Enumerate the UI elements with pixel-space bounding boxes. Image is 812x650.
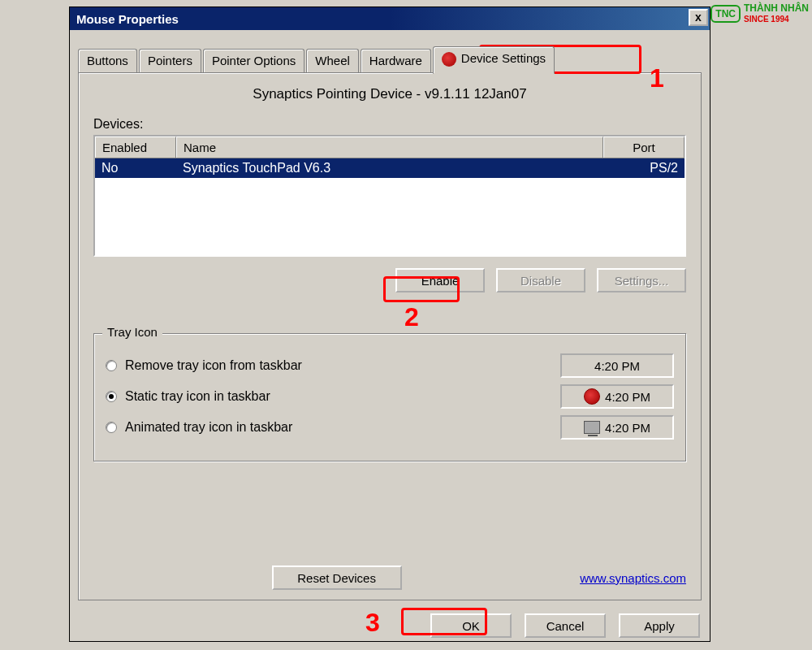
mouse-properties-dialog: Mouse Properties x Buttons Pointers Poin… <box>69 6 710 642</box>
tray-option-animated[interactable]: Animated tray icon in taskbar 4:20 PM <box>106 415 674 440</box>
tray-icon-group: Tray Icon Remove tray icon from taskbar … <box>93 333 686 462</box>
cell-enabled: No <box>95 158 176 178</box>
dialog-buttons: OK Cancel Apply <box>70 607 710 646</box>
synaptics-icon <box>442 52 456 67</box>
devices-label: Devices: <box>93 117 686 132</box>
ok-button[interactable]: OK <box>430 613 512 638</box>
tab-pointer-options[interactable]: Pointer Options <box>203 49 304 72</box>
watermark-logo: TNC THÀNH NHÂN SINCE 1994 <box>710 3 809 24</box>
col-port[interactable]: Port <box>603 136 685 158</box>
tray-preview-static: 4:20 PM <box>560 384 674 409</box>
tray-option-static[interactable]: Static tray icon in taskbar 4:20 PM <box>106 384 674 409</box>
tray-option-remove[interactable]: Remove tray icon from taskbar 4:20 PM <box>106 353 674 378</box>
col-enabled[interactable]: Enabled <box>95 136 176 158</box>
device-buttons-row: Enable Disable Settings... <box>93 268 686 292</box>
tray-preview-remove: 4:20 PM <box>560 353 674 378</box>
tabstrip: Buttons Pointers Pointer Options Wheel H… <box>70 30 710 72</box>
static-tray-icon <box>584 388 600 405</box>
reset-devices-button[interactable]: Reset Devices <box>272 566 402 590</box>
radio-static-label: Static tray icon in taskbar <box>125 389 270 404</box>
synaptics-link[interactable]: www.synaptics.com <box>580 571 686 585</box>
radio-remove[interactable] <box>106 360 117 371</box>
tab-hardware[interactable]: Hardware <box>361 49 431 72</box>
apply-button[interactable]: Apply <box>619 613 700 638</box>
devices-list[interactable]: Enabled Name Port No Synaptics TouchPad … <box>93 135 686 257</box>
device-settings-panel: Synaptics Pointing Device - v9.1.11 12Ja… <box>78 72 702 600</box>
radio-animated[interactable] <box>106 422 117 433</box>
tray-legend: Tray Icon <box>102 325 162 339</box>
panel-title: Synaptics Pointing Device - v9.1.11 12Ja… <box>93 86 686 102</box>
radio-animated-label: Animated tray icon in taskbar <box>125 420 292 435</box>
list-header: Enabled Name Port <box>95 136 685 158</box>
tab-buttons[interactable]: Buttons <box>78 49 137 72</box>
cancel-button[interactable]: Cancel <box>525 613 606 638</box>
window-title: Mouse Properties <box>76 12 179 26</box>
disable-button: Disable <box>496 268 585 292</box>
tab-device-settings[interactable]: Device Settings <box>433 46 555 74</box>
cell-name: Synaptics TouchPad V6.3 <box>176 158 603 178</box>
tab-pointers[interactable]: Pointers <box>139 49 201 72</box>
radio-remove-label: Remove tray icon from taskbar <box>125 358 302 373</box>
device-row[interactable]: No Synaptics TouchPad V6.3 PS/2 <box>95 158 685 178</box>
col-name[interactable]: Name <box>176 136 603 158</box>
animated-tray-icon <box>584 421 600 434</box>
tray-preview-animated: 4:20 PM <box>560 415 674 440</box>
close-button[interactable]: x <box>689 9 708 26</box>
titlebar: Mouse Properties <box>70 7 710 30</box>
logo-text: THÀNH NHÂN SINCE 1994 <box>744 3 809 24</box>
cell-port: PS/2 <box>603 158 685 178</box>
panel-bottom-row: Reset Devices www.synaptics.com <box>93 566 686 590</box>
logo-badge: TNC <box>710 5 741 23</box>
settings-button: Settings... <box>597 268 686 292</box>
radio-static[interactable] <box>106 391 117 402</box>
enable-button[interactable]: Enable <box>395 268 485 292</box>
tab-wheel[interactable]: Wheel <box>306 49 359 72</box>
close-icon: x <box>695 11 702 24</box>
